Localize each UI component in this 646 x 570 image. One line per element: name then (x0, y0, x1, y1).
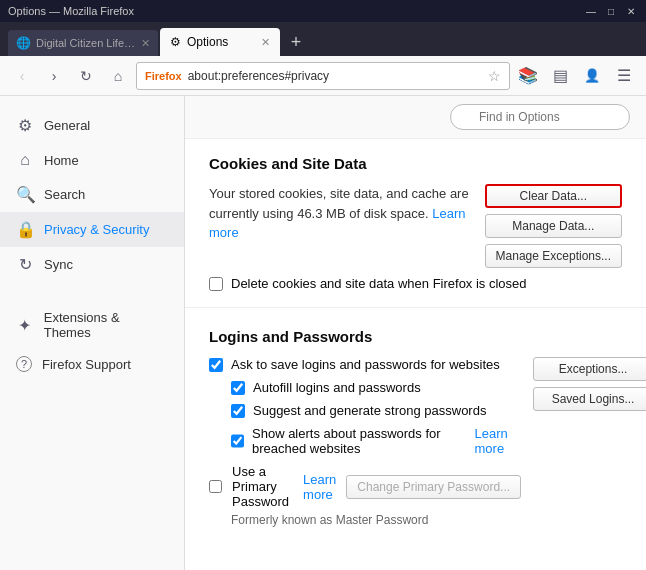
tab-options[interactable]: ⚙ Options ✕ (160, 28, 280, 56)
sync-icon: ↻ (16, 255, 34, 274)
title-bar: Options — Mozilla Firefox — □ ✕ (0, 0, 646, 22)
sidebar-label-search: Search (44, 187, 85, 202)
sidebar-item-sync[interactable]: ↻ Sync (0, 247, 184, 282)
cookies-info-row: Your stored cookies, site data, and cach… (209, 184, 622, 268)
ask-save-label: Ask to save logins and passwords for web… (231, 357, 500, 372)
sidebar-item-search[interactable]: 🔍 Search (0, 177, 184, 212)
logins-options: Ask to save logins and passwords for web… (209, 357, 521, 527)
alerts-learn-more-link[interactable]: Learn more (475, 426, 522, 456)
find-bar: 🔍 (185, 96, 646, 139)
cookies-section: Cookies and Site Data Your stored cookie… (185, 139, 646, 308)
suggest-checkbox[interactable] (231, 404, 245, 418)
autofill-checkbox[interactable] (231, 381, 245, 395)
tab-label-options: Options (187, 35, 228, 49)
tab-label-inactive: Digital Citizen Life a digital ... (36, 37, 136, 49)
delete-cookies-label: Delete cookies and site data when Firefo… (231, 276, 527, 291)
primary-pwd-row: Use a Primary Password Learn more Change… (209, 464, 521, 509)
change-primary-password-button[interactable]: Change Primary Password... (346, 475, 521, 499)
sidebar-label-extensions: Extensions & Themes (44, 310, 168, 340)
tab-favicon-options: ⚙ (170, 35, 181, 49)
tab-close-inactive[interactable]: ✕ (141, 37, 150, 50)
logins-section-title: Logins and Passwords (209, 328, 622, 345)
manage-exceptions-button[interactable]: Manage Exceptions... (485, 244, 622, 268)
url-text: about:preferences#privacy (188, 69, 482, 83)
tab-inactive-digitalcitizen[interactable]: 🌐 Digital Citizen Life a digital ... ✕ (8, 30, 158, 56)
back-button[interactable]: ‹ (8, 62, 36, 90)
sidebar-item-extensions[interactable]: ✦ Extensions & Themes (0, 302, 184, 348)
sidebar-toggle-icon[interactable]: ▤ (546, 62, 574, 90)
account-icon[interactable]: 👤 (578, 62, 606, 90)
sidebar-item-privacy[interactable]: 🔒 Privacy & Security (0, 212, 184, 247)
tab-close-options[interactable]: ✕ (261, 36, 270, 49)
sidebar-label-home: Home (44, 153, 79, 168)
ask-save-checkbox[interactable] (209, 358, 223, 372)
sidebar-item-home[interactable]: ⌂ Home (0, 143, 184, 177)
logins-buttons: Exceptions... Saved Logins... (533, 357, 646, 527)
content-area: 🔍 Cookies and Site Data Your stored cook… (185, 96, 646, 570)
sidebar-item-support[interactable]: ? Firefox Support (0, 348, 184, 380)
reload-button[interactable]: ↻ (72, 62, 100, 90)
minimize-button[interactable]: — (584, 4, 598, 18)
home-icon: ⌂ (16, 151, 34, 169)
primary-pwd-checkbox[interactable] (209, 480, 222, 493)
extensions-icon: ✦ (16, 316, 34, 335)
nav-right-icons: 📚 ▤ 👤 ☰ (514, 62, 638, 90)
window-controls: — □ ✕ (584, 4, 638, 18)
sidebar-bottom: ✦ Extensions & Themes ? Firefox Support (0, 302, 184, 380)
sidebar: ⚙ General ⌂ Home 🔍 Search 🔒 Privacy & Se… (0, 96, 185, 570)
exceptions-button[interactable]: Exceptions... (533, 357, 646, 381)
new-tab-button[interactable]: + (282, 28, 310, 56)
bookmark-star-icon[interactable]: ☆ (488, 68, 501, 84)
firefox-label: Firefox (145, 70, 182, 82)
logins-inner: Ask to save logins and passwords for web… (209, 357, 622, 527)
cookies-info-content: Your stored cookies, site data, and cach… (209, 186, 469, 221)
address-bar[interactable]: Firefox about:preferences#privacy ☆ (136, 62, 510, 90)
title-bar-text: Options — Mozilla Firefox (8, 5, 134, 17)
maximize-button[interactable]: □ (604, 4, 618, 18)
cookies-info-text: Your stored cookies, site data, and cach… (209, 184, 473, 243)
menu-icon[interactable]: ☰ (610, 62, 638, 90)
forward-button[interactable]: › (40, 62, 68, 90)
primary-pwd-label: Use a Primary Password (232, 464, 289, 509)
suggest-label: Suggest and generate strong passwords (253, 403, 486, 418)
privacy-icon: 🔒 (16, 220, 34, 239)
find-options-input[interactable] (450, 104, 630, 130)
search-sidebar-icon: 🔍 (16, 185, 34, 204)
alerts-checkbox[interactable] (231, 434, 244, 448)
find-input-wrapper: 🔍 (450, 104, 630, 130)
sidebar-label-general: General (44, 118, 90, 133)
sidebar-label-sync: Sync (44, 257, 73, 272)
autofill-label: Autofill logins and passwords (253, 380, 421, 395)
library-icon[interactable]: 📚 (514, 62, 542, 90)
sidebar-label-support: Firefox Support (42, 357, 131, 372)
clear-data-button[interactable]: Clear Data... (485, 184, 622, 208)
tab-bar: 🌐 Digital Citizen Life a digital ... ✕ ⚙… (0, 22, 646, 56)
alerts-label: Show alerts about passwords for breached… (252, 426, 463, 456)
general-icon: ⚙ (16, 116, 34, 135)
ask-save-row: Ask to save logins and passwords for web… (209, 357, 521, 372)
main-layout: ⚙ General ⌂ Home 🔍 Search 🔒 Privacy & Se… (0, 96, 646, 570)
tab-favicon-inactive: 🌐 (16, 36, 31, 50)
cookies-btn-group: Clear Data... Manage Data... Manage Exce… (485, 184, 622, 268)
manage-data-button[interactable]: Manage Data... (485, 214, 622, 238)
primary-learn-more-link[interactable]: Learn more (303, 472, 336, 502)
alerts-row: Show alerts about passwords for breached… (209, 426, 521, 456)
close-button[interactable]: ✕ (624, 4, 638, 18)
home-button[interactable]: ⌂ (104, 62, 132, 90)
cookies-section-title: Cookies and Site Data (209, 155, 622, 172)
autofill-row: Autofill logins and passwords (209, 380, 521, 395)
logins-section: Logins and Passwords Ask to save logins … (185, 312, 646, 543)
delete-cookies-checkbox[interactable] (209, 277, 223, 291)
formerly-text: Formerly known as Master Password (209, 513, 521, 527)
nav-bar: ‹ › ↻ ⌂ Firefox about:preferences#privac… (0, 56, 646, 96)
saved-logins-button[interactable]: Saved Logins... (533, 387, 646, 411)
suggest-row: Suggest and generate strong passwords (209, 403, 521, 418)
sidebar-label-privacy: Privacy & Security (44, 222, 149, 237)
delete-cookies-row: Delete cookies and site data when Firefo… (209, 276, 622, 291)
sidebar-item-general[interactable]: ⚙ General (0, 108, 184, 143)
support-icon: ? (16, 356, 32, 372)
